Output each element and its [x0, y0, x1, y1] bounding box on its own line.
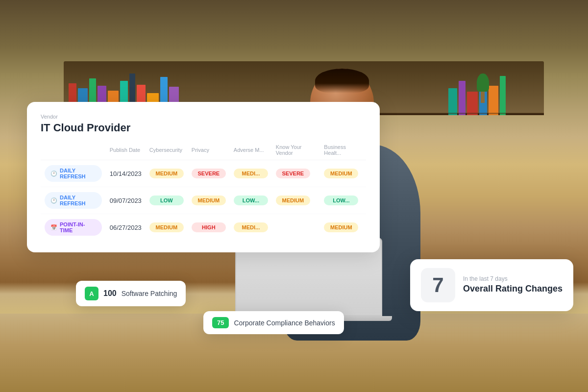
clock-icon: 🕐 [50, 197, 57, 204]
kyv-cell-badge: MEDIUM [276, 196, 310, 205]
table-row: 📅 POINT-IN-TIME06/27/2023MEDIUMHIGHMEDI.… [41, 214, 366, 241]
adverse-media-cell-badge: MEDI... [234, 222, 268, 232]
cybersecurity-cell: MEDIUM [146, 214, 188, 241]
grade-badge: A [85, 287, 98, 300]
vendor-label: Vendor [41, 114, 366, 120]
kyv-cell-badge: SEVERE [276, 169, 310, 178]
adverse-media-cell-badge: LOW... [234, 196, 268, 205]
privacy-cell-badge: MEDIUM [192, 196, 226, 205]
privacy-cell-badge: HIGH [192, 222, 226, 232]
publish-date: 06/27/2023 [106, 214, 146, 241]
software-label: Software Patching [122, 290, 177, 297]
adverse-media-cell: LOW... [230, 187, 272, 214]
privacy-cell: SEVERE [188, 160, 230, 187]
col-kyv: Know Your Vendor [272, 144, 320, 160]
adverse-media-cell: MEDI... [230, 214, 272, 241]
clock-icon: 🕐 [50, 171, 57, 177]
software-card: A 100 Software Patching [76, 281, 186, 306]
cybersecurity-cell-badge: MEDIUM [149, 169, 184, 178]
rating-card: 7 In the last 7 days Overall Rating Chan… [410, 259, 573, 311]
table-row: 🕐 DAILY REFRESH09/07/2023LOWMEDIUMLOW...… [41, 187, 366, 214]
privacy-cell: HIGH [188, 214, 230, 241]
business-health-cell-badge: MEDIUM [324, 222, 358, 232]
adverse-media-cell: MEDI... [230, 160, 272, 187]
adverse-media-cell-badge: MEDI... [234, 169, 268, 178]
col-type [41, 144, 106, 160]
privacy-cell: MEDIUM [188, 187, 230, 214]
publish-date: 10/14/2023 [106, 160, 146, 187]
cybersecurity-cell-badge: MEDIUM [149, 222, 184, 232]
refresh-type-badge: 🕐 DAILY REFRESH [45, 165, 102, 182]
col-privacy: Privacy [188, 144, 230, 160]
rating-info: In the last 7 days Overall Rating Change… [463, 275, 563, 294]
cybersecurity-cell-badge: LOW [149, 196, 184, 205]
kyv-cell [272, 214, 320, 241]
business-health-cell: MEDIUM [320, 160, 366, 187]
publish-date: 09/07/2023 [106, 187, 146, 214]
business-health-cell: LOW... [320, 187, 366, 214]
compliance-label: Corporate Compliance Behaviors [234, 319, 335, 327]
calendar-icon: 📅 [50, 224, 57, 231]
vendor-table: Publish Date Cybersecurity Privacy Adver… [41, 144, 366, 241]
col-cybersecurity: Cybersecurity [146, 144, 188, 160]
compliance-score: 75 [212, 317, 229, 328]
cybersecurity-cell: MEDIUM [146, 160, 188, 187]
rating-number: 7 [421, 268, 455, 302]
col-adverse: Adverse M... [230, 144, 272, 160]
kyv-cell: SEVERE [272, 160, 320, 187]
business-health-cell: MEDIUM [320, 214, 366, 241]
rating-days: In the last 7 days [463, 275, 563, 282]
software-score: 100 [103, 289, 117, 298]
refresh-type-badge: 📅 POINT-IN-TIME [45, 219, 102, 236]
refresh-type-badge: 🕐 DAILY REFRESH [45, 192, 102, 209]
business-health-cell-badge: MEDIUM [324, 169, 358, 178]
kyv-cell: MEDIUM [272, 187, 320, 214]
vendor-name: IT Cloud Provider [41, 122, 366, 134]
rating-title: Overall Rating Changes [463, 283, 563, 294]
col-bh: Business Healt... [320, 144, 366, 160]
cybersecurity-cell: LOW [146, 187, 188, 214]
compliance-card: 75 Corporate Compliance Behaviors [203, 311, 344, 334]
business-health-cell-badge: LOW... [324, 196, 358, 205]
vendor-card: Vendor IT Cloud Provider Publish Date Cy… [27, 102, 380, 252]
col-publish-date: Publish Date [106, 144, 146, 160]
privacy-cell-badge: SEVERE [192, 169, 226, 178]
table-row: 🕐 DAILY REFRESH10/14/2023MEDIUMSEVEREMED… [41, 160, 366, 187]
